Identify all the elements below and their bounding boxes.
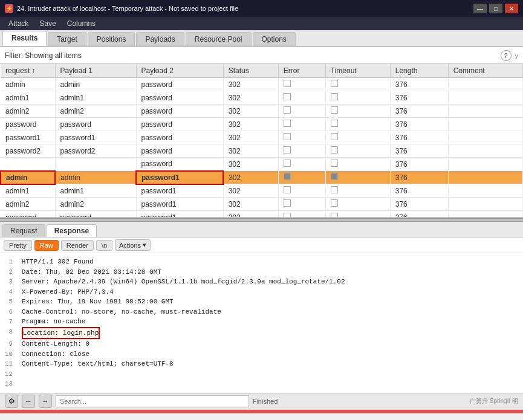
checkbox[interactable] [331,106,338,114]
checkbox[interactable] [284,186,291,193]
table-cell: password1 [136,171,223,184]
main-tab-bar: Results Target Positions Payloads Resour… [0,30,523,47]
settings-button[interactable]: ⚙ [5,395,18,408]
table-cell: 376 [390,91,448,105]
table-row[interactable]: admin1admin1password1302376 [1,184,523,198]
checkbox[interactable] [284,120,291,127]
table-body: adminadminpassword302376admin1admin1pass… [1,78,523,219]
btn-pretty[interactable]: Pretty [4,240,32,251]
table-cell: 302 [223,211,278,219]
line-text: Date: Thu, 02 Dec 2021 03:14:28 GMT [22,267,161,277]
col-length[interactable]: Length [390,64,448,78]
col-request[interactable]: request ↑ [1,64,55,78]
table-row[interactable]: adminadminpassword302376 [1,78,523,91]
table-cell [325,118,390,131]
table-row[interactable]: password1password1password302376 [1,131,523,144]
btn-newline[interactable]: \n [96,240,112,251]
sub-tab-bar: Request Response [0,222,523,237]
table-cell [325,91,390,105]
table-cell: password [136,131,223,144]
line-number: 3 [5,277,17,287]
menu-columns[interactable]: Columns [62,18,100,29]
checkbox[interactable] [284,133,291,140]
col-payload2[interactable]: Payload 2 [136,64,223,78]
menu-attack[interactable]: Attack [4,18,33,29]
table-row[interactable]: password2password2password302376 [1,144,523,158]
table-cell [448,184,522,198]
table-cell: 302 [223,105,278,118]
checkbox[interactable] [331,173,338,180]
checkbox[interactable] [284,173,291,180]
checkbox[interactable] [284,106,291,114]
table-cell [325,171,390,184]
btn-raw[interactable]: Raw [34,240,59,251]
table-cell [278,211,325,219]
settings-icon: ⚙ [8,397,15,405]
tab-payloads[interactable]: Payloads [136,32,184,46]
col-status[interactable]: Status [223,64,278,78]
table-row[interactable]: passwordpasswordpassword302376 [1,118,523,131]
tab-resource-pool[interactable]: Resource Pool [186,32,252,46]
table-cell: password1 [55,131,136,144]
line-text: Connection: close [22,349,89,360]
results-table: request ↑ Payload 1 Payload 2 Status Err… [0,64,523,218]
tab-options[interactable]: Options [253,32,296,46]
close-button[interactable]: ✕ [505,4,518,13]
checkbox[interactable] [284,80,291,87]
menu-save[interactable]: Save [34,18,60,29]
sub-tab-request[interactable]: Request [2,224,45,237]
table-cell: password1 [136,211,223,219]
table-cell: password [136,78,223,91]
checkbox[interactable] [331,120,338,127]
checkbox[interactable] [331,93,338,100]
tab-results[interactable]: Results [2,31,47,46]
col-payload1[interactable]: Payload 1 [55,64,136,78]
table-cell [278,91,325,105]
col-timeout[interactable]: Timeout [325,64,390,78]
sub-tab-response[interactable]: Response [47,224,97,237]
table-row[interactable]: password302376 [1,158,523,171]
table-row[interactable]: passwordpasswordpassword1302376 [1,211,523,219]
forward-button[interactable]: → [39,395,52,408]
col-error[interactable]: Error [278,64,325,78]
search-input[interactable] [56,395,249,407]
checkbox[interactable] [331,213,338,218]
table-row[interactable]: admin1admin1password302376 [1,91,523,105]
checkbox[interactable] [284,160,291,167]
table-cell [325,78,390,91]
filter-help-button[interactable]: ? [501,50,512,61]
tab-target[interactable]: Target [48,32,86,46]
btn-render[interactable]: Render [61,240,94,251]
back-button[interactable]: ← [22,395,35,408]
checkbox[interactable] [284,93,291,100]
table-cell: password [136,91,223,105]
checkbox[interactable] [331,133,338,140]
app-icon: ⚡ [5,4,13,13]
minimize-button[interactable]: — [473,4,487,13]
checkbox[interactable] [331,146,338,153]
checkbox[interactable] [284,213,291,218]
maximize-button[interactable]: □ [489,4,502,13]
table-cell [448,144,522,158]
checkbox[interactable] [331,160,338,167]
table-cell: password [136,144,223,158]
actions-dropdown[interactable]: Actions ▾ [115,239,151,251]
col-comment[interactable]: Comment [448,64,522,78]
table-cell [325,105,390,118]
checkbox[interactable] [331,186,338,193]
table-cell: admin [55,171,136,184]
checkbox[interactable] [284,146,291,153]
checkbox[interactable] [331,199,338,207]
table-cell: password1 [1,131,55,144]
table-row[interactable]: admin2admin2password1302376 [1,198,523,211]
checkbox[interactable] [284,199,291,207]
response-line: 10 Connection: close [5,349,518,360]
table-cell: 376 [390,184,448,198]
table-row[interactable]: adminadminpassword1302376 [1,171,523,184]
tab-positions[interactable]: Positions [88,32,135,46]
checkbox[interactable] [331,80,338,87]
table-cell [448,131,522,144]
line-number: 10 [5,349,17,360]
table-cell [55,158,136,171]
table-row[interactable]: admin2admin2password302376 [1,105,523,118]
